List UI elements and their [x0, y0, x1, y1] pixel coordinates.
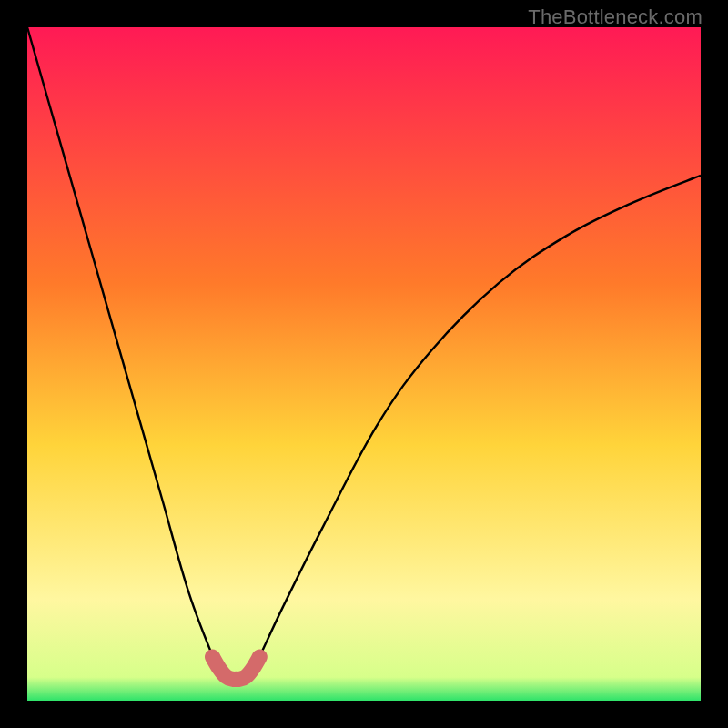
heat-gradient-background [27, 27, 701, 701]
watermark-label: TheBottleneck.com [528, 5, 703, 29]
chart-plot-area [27, 27, 701, 701]
chart-svg [27, 27, 701, 701]
outer-frame: TheBottleneck.com [0, 0, 728, 728]
